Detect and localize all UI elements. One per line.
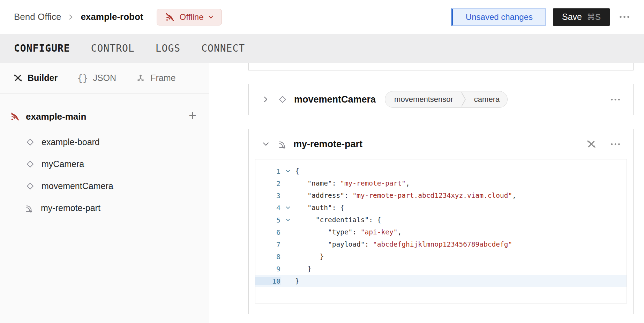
code-text: } [295, 250, 627, 263]
code-text: { [295, 165, 627, 177]
expand-chevron-right-icon[interactable] [262, 96, 270, 103]
mode-tab-label: JSON [93, 73, 116, 83]
robot-config-page: Bend Office example-robot Offline [0, 0, 644, 323]
code-line-7[interactable]: 7 "payload": "abcdefghijklmnop123456789a… [255, 238, 627, 250]
tree-children: example-boardmyCameramovementCameramy-re… [25, 131, 209, 219]
wifi-off-icon [10, 111, 20, 122]
code-line-5[interactable]: 5 "credentials": { [255, 214, 627, 226]
mode-tab-label: Builder [28, 73, 58, 83]
frame-axes-icon [136, 73, 145, 83]
json-plain-token: "credentials": { [295, 216, 381, 224]
line-number: 10 [255, 277, 280, 285]
ellipsis-icon [619, 15, 630, 18]
tab-connect[interactable]: CONNECT [191, 43, 255, 54]
json-plain-token: "type": [295, 228, 361, 236]
configure-tools-button[interactable] [586, 139, 596, 149]
code-text: "credentials": { [295, 214, 627, 226]
code-text: "address": "my-remote-part.abcd1234xyz.v… [295, 189, 627, 202]
sidebar-item-my-remote-part[interactable]: my-remote-part [25, 197, 209, 219]
machine-part-tree: example-main + example-boardmyCameramove… [0, 93, 209, 219]
code-line-2[interactable]: 2 "name": "my-remote-part", [255, 177, 627, 189]
code-line-3[interactable]: 3 "address": "my-remote-part.abcd1234xyz… [255, 189, 627, 202]
code-line-4[interactable]: 4 "auth": { [255, 202, 627, 214]
code-line-9[interactable]: 9 } [255, 263, 627, 275]
line-number: 8 [255, 253, 280, 261]
mode-tab-builder[interactable]: Builder [13, 73, 58, 83]
json-plain-token: "name": [295, 179, 340, 187]
save-button[interactable]: Save ⌘S [553, 8, 610, 26]
json-plain-token: } [295, 265, 312, 273]
tag-movementsensor: movementsensor [385, 95, 461, 104]
json-string-value: "abcdefghijklmnop123456789abcdefg" [373, 240, 512, 248]
line-number: 3 [255, 191, 280, 200]
header-actions: Unsaved changes Save ⌘S [451, 8, 632, 26]
tree-root-label: example-main [26, 111, 86, 122]
mode-tab-label: Frame [150, 73, 175, 83]
json-plain-token: } [295, 253, 324, 261]
line-number: 5 [255, 216, 280, 224]
save-button-label: Save [562, 12, 582, 22]
fold-chevron-down-icon[interactable] [280, 205, 295, 210]
line-number: 9 [255, 265, 280, 273]
model-tags: movementsensorcamera [385, 91, 508, 108]
mode-tab-json[interactable]: {} JSON [77, 73, 116, 83]
card-title: movementCamera [294, 94, 376, 105]
tree-item-label: myCamera [42, 159, 84, 169]
tab-bar: CONFIGURECONTROLLOGSCONNECT [0, 34, 644, 63]
code-line-6[interactable]: 6 "type": "api-key", [255, 226, 627, 238]
json-plain-token: , [406, 179, 410, 187]
sidebar-item-example-board[interactable]: example-board [25, 131, 209, 153]
header-overflow-menu-button[interactable] [617, 13, 632, 21]
code-text: "type": "api-key", [295, 226, 627, 238]
code-text: "name": "my-remote-part", [295, 177, 627, 189]
sidebar-item-example-main[interactable]: example-main + [10, 108, 209, 125]
json-plain-token: { [295, 167, 299, 175]
json-string-value: "my-remote-part.abcd1234xyz.viam.cloud" [352, 191, 512, 200]
json-string-value: "my-remote-part" [340, 179, 406, 187]
code-line-1[interactable]: 1{ [255, 165, 627, 177]
tools-icon [13, 73, 23, 83]
line-number: 2 [255, 179, 280, 188]
card-overflow-menu-button[interactable] [608, 141, 623, 148]
json-code-editor[interactable]: 1{2 "name": "my-remote-part",3 "address"… [255, 159, 627, 303]
tab-control[interactable]: CONTROL [81, 43, 145, 54]
collapse-chevron-down-icon[interactable] [262, 140, 270, 148]
mode-tab-frame[interactable]: Frame [136, 73, 175, 83]
tree-item-label: example-board [42, 137, 100, 147]
tools-icon [586, 139, 596, 149]
braces-icon: {} [77, 73, 88, 83]
movement-camera-card: movementCamera movementsensorcamera [248, 84, 634, 115]
unsaved-changes-badge[interactable]: Unsaved changes [451, 8, 546, 26]
status-label: Offline [180, 12, 204, 22]
component-diamond-icon [277, 94, 288, 105]
line-number: 4 [255, 204, 280, 212]
json-plain-token: "auth": { [295, 204, 344, 212]
add-component-button[interactable]: + [189, 109, 196, 122]
sidebar: Builder {} JSON Frame [0, 63, 209, 323]
json-plain-token: "payload": [295, 240, 373, 248]
status-dropdown[interactable]: Offline [157, 9, 222, 25]
tab-configure[interactable]: CONFIGURE [14, 43, 81, 54]
ellipsis-icon [610, 98, 621, 101]
tab-logs[interactable]: LOGS [145, 43, 191, 54]
config-mode-switcher: Builder {} JSON Frame [0, 63, 209, 93]
fold-chevron-down-icon[interactable] [280, 168, 295, 174]
sidebar-item-mycamera[interactable]: myCamera [25, 153, 209, 175]
line-number: 7 [255, 240, 280, 249]
json-plain-token: "address": [295, 191, 352, 200]
remote-icon [25, 203, 35, 213]
component-diamond-icon [25, 159, 35, 169]
code-lines: 1{2 "name": "my-remote-part",3 "address"… [255, 159, 627, 287]
chevron-right-icon [67, 14, 74, 21]
code-line-10[interactable]: 10} [255, 275, 627, 287]
code-text: } [295, 263, 627, 275]
remote-icon [278, 139, 288, 149]
breadcrumb-org-link[interactable]: Bend Office [14, 12, 61, 22]
tree-item-label: movementCamera [42, 181, 113, 191]
fold-chevron-down-icon[interactable] [280, 217, 295, 223]
card-overflow-menu-button[interactable] [608, 96, 623, 103]
sidebar-item-movementcamera[interactable]: movementCamera [25, 175, 209, 197]
code-line-8[interactable]: 8 } [255, 250, 627, 263]
json-string-value: "api-key" [361, 228, 398, 236]
json-plain-token: , [512, 191, 516, 200]
